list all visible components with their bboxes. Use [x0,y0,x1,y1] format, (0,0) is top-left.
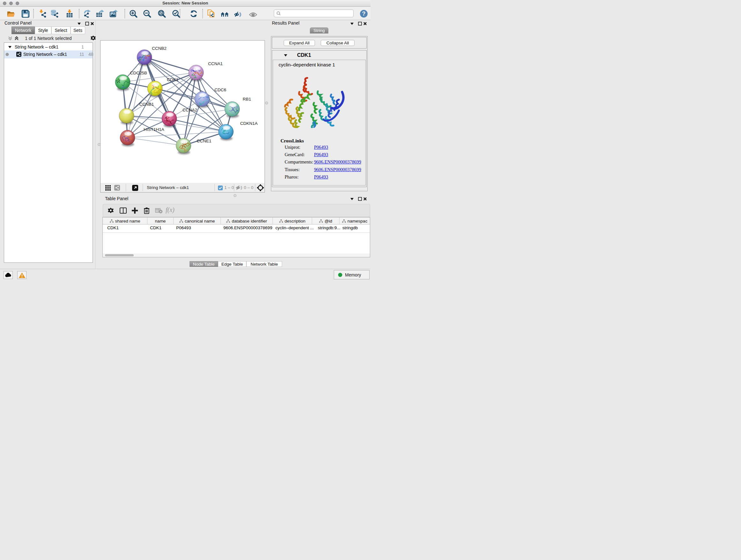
svg-text:CDKN1A: CDKN1A [240,121,258,126]
svg-text:?: ? [362,10,366,17]
svg-text:CCNE1: CCNE1 [197,138,212,143]
svg-text:CCNB1: CCNB1 [139,102,154,107]
svg-text:CCNB2: CCNB2 [152,46,166,51]
svg-text:CDK1: CDK1 [167,77,179,82]
svg-text:CCNA1: CCNA1 [208,61,223,66]
svg-text:CCNA2: CCNA2 [183,108,197,112]
svg-text:CDC25B: CDC25B [130,71,147,75]
svg-text:RB1: RB1 [243,97,251,102]
svg-text:HIST1H1A: HIST1H1A [144,127,164,132]
svg-text:CDC6: CDC6 [214,87,226,92]
